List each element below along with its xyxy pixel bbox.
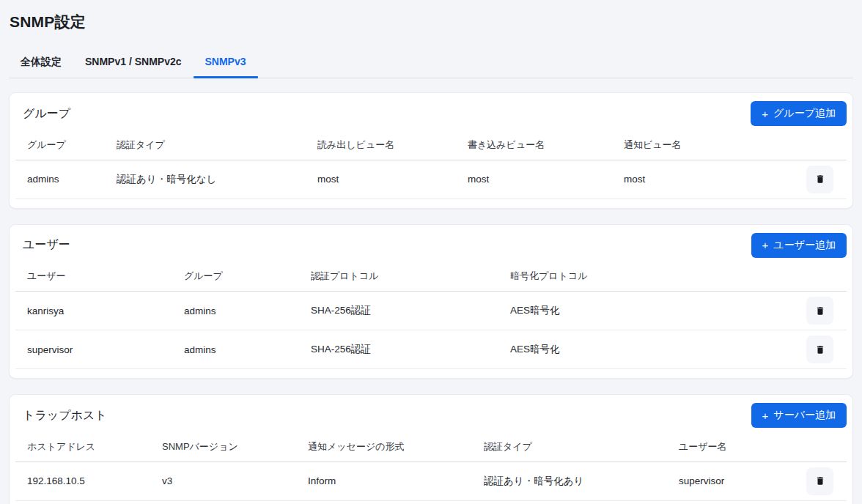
column-header: グループ [184,262,311,292]
column-header: ホストアドレス [15,432,162,462]
group-table: グループ 認証タイプ 読み出しビュー名 書き込みビュー名 通知ビュー名 admi… [15,130,847,199]
delete-server-button[interactable] [806,467,833,495]
user-card-header: ユーザー + ユーザー追加 [15,231,847,262]
column-header: 読み出しビュー名 [317,130,468,160]
privacy-protocol-cell: AES暗号化 [510,292,806,330]
add-server-button-label: サーバー追加 [773,409,836,422]
table-row: kanrisya admins SHA-256認証 AES暗号化 [15,292,847,330]
read-view-cell: most [317,160,468,199]
trash-icon [815,174,825,185]
add-user-button[interactable]: + ユーザー追加 [751,233,847,258]
trap-host-card-header: トラップホスト + サーバー追加 [15,401,847,432]
auth-protocol-cell: SHA-256認証 [311,330,510,369]
column-header: 暗号化プロトコル [510,262,806,292]
user-name-cell: supervisor [15,330,184,369]
column-header: SNMPバージョン [162,432,308,462]
snmp-version-cell: v3 [162,462,308,500]
host-address-cell: 192.168.10.5 [15,462,162,500]
column-header-actions [806,262,847,292]
write-view-cell: most [468,160,624,199]
tab-snmpv3[interactable]: SNMPv3 [194,49,258,78]
user-card: ユーザー + ユーザー追加 ユーザー グループ 認証プロトコル 暗号化プロトコル [9,224,853,379]
column-header: ユーザー [15,262,184,292]
group-cell: admins [184,292,311,330]
group-name-cell: admins [15,160,117,199]
column-header: 通知ビュー名 [624,130,806,160]
tab-general-settings[interactable]: 全体設定 [9,49,73,78]
trap-host-table-header-row: ホストアドレス SNMPバージョン 通知メッセージの形式 認証タイプ ユーザー名 [15,432,847,462]
auth-protocol-cell: SHA-256認証 [311,292,510,330]
notify-view-cell: most [624,160,806,199]
column-header: ユーザー名 [679,432,806,462]
trash-icon [815,475,825,486]
column-header-actions [806,130,847,160]
tab-bar: 全体設定 SNMPv1 / SNMPv2c SNMPv3 [9,49,853,78]
notification-format-cell: Inform [308,462,484,500]
delete-user-button[interactable] [806,336,833,363]
privacy-protocol-cell: AES暗号化 [510,330,806,369]
plus-icon: + [762,410,769,421]
plus-icon: + [762,108,768,119]
user-name-cell: supervisor [679,462,806,500]
column-header-actions [806,432,847,462]
table-row: admins 認証あり・暗号化なし most most most [15,160,847,199]
user-table-header-row: ユーザー グループ 認証プロトコル 暗号化プロトコル [15,262,847,292]
plus-icon: + [762,240,769,251]
group-card: グループ + グループ追加 グループ 認証タイプ 読み出しビュー名 書き込みビュ [9,92,853,209]
user-table: ユーザー グループ 認証プロトコル 暗号化プロトコル kanrisya admi… [15,262,847,370]
column-header: 認証タイプ [117,130,317,160]
user-card-title: ユーザー [23,237,70,253]
table-row: 192.168.10.5 v3 Inform 認証あり・暗号化あり superv… [15,462,847,500]
auth-type-cell: 認証あり・暗号化なし [117,160,317,199]
trap-host-card-title: トラップホスト [23,408,107,423]
add-group-button-label: グループ追加 [773,107,836,120]
column-header: グループ [15,130,117,160]
group-cell: admins [184,330,311,369]
group-card-title: グループ [23,106,70,122]
column-header: 通知メッセージの形式 [308,432,484,462]
delete-group-button[interactable] [806,166,833,193]
column-header: 認証タイプ [484,432,679,462]
page-title: SNMP設定 [10,12,853,32]
user-name-cell: kanrisya [15,292,184,330]
card-list: グループ + グループ追加 グループ 認証タイプ 読み出しビュー名 書き込みビュ [9,92,853,504]
trash-icon [815,344,825,355]
column-header: 書き込みビュー名 [468,130,624,160]
auth-type-cell: 認証あり・暗号化あり [484,462,679,500]
snmp-settings-page: SNMP設定 全体設定 SNMPv1 / SNMPv2c SNMPv3 グループ… [0,0,862,504]
add-group-button[interactable]: + グループ追加 [751,101,847,126]
tab-snmpv1-v2c[interactable]: SNMPv1 / SNMPv2c [73,49,194,78]
table-row: supervisor admins SHA-256認証 AES暗号化 [15,330,847,369]
group-card-header: グループ + グループ追加 [15,100,847,130]
group-table-header-row: グループ 認証タイプ 読み出しビュー名 書き込みビュー名 通知ビュー名 [15,130,847,160]
add-server-button[interactable]: + サーバー追加 [751,403,847,428]
column-header: 認証プロトコル [311,262,510,292]
trash-icon [815,305,825,316]
trap-host-card: トラップホスト + サーバー追加 ホストアドレス SNMPバージョン 通知メッセ… [9,394,853,504]
add-user-button-label: ユーザー追加 [773,239,836,252]
trap-host-table: ホストアドレス SNMPバージョン 通知メッセージの形式 認証タイプ ユーザー名… [15,432,847,501]
delete-user-button[interactable] [806,297,833,325]
